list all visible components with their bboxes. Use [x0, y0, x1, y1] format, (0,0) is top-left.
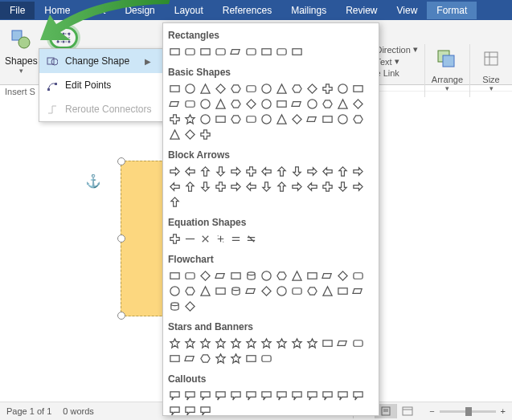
shape-option[interactable] [244, 232, 258, 246]
zoom-control[interactable]: − + [429, 406, 506, 416]
zoom-out-icon[interactable]: − [429, 406, 434, 416]
shape-option[interactable] [244, 284, 258, 298]
shape-option[interactable] [305, 389, 319, 402]
tab-design[interactable]: Design [115, 2, 164, 19]
shape-option[interactable] [214, 112, 227, 126]
shape-option[interactable] [290, 165, 304, 178]
tab-home[interactable]: Home [35, 2, 80, 19]
shape-option[interactable] [290, 97, 304, 111]
shape-option[interactable] [168, 352, 182, 365]
shape-option[interactable] [244, 45, 258, 59]
shape-option[interactable] [351, 284, 365, 298]
shape-option[interactable] [183, 82, 197, 96]
shape-option[interactable] [199, 82, 212, 96]
shape-option[interactable] [336, 180, 350, 194]
shape-option[interactable] [183, 45, 197, 59]
shape-option[interactable] [321, 165, 334, 178]
shape-option[interactable] [229, 82, 243, 96]
shape-option[interactable] [305, 97, 319, 111]
shape-option[interactable] [260, 352, 273, 365]
shape-option[interactable] [244, 180, 258, 194]
shape-option[interactable] [275, 82, 289, 96]
shape-option[interactable] [199, 128, 212, 141]
shape-option[interactable] [199, 269, 212, 283]
view-web-layout[interactable] [396, 404, 418, 418]
shape-option[interactable] [260, 269, 273, 283]
shape-option[interactable] [199, 336, 212, 350]
shape-option[interactable] [260, 97, 273, 111]
resize-handle[interactable] [117, 234, 125, 243]
tab-format[interactable]: Format [427, 2, 477, 19]
shape-option[interactable] [260, 112, 273, 126]
shape-option[interactable] [260, 389, 273, 402]
shape-option[interactable] [183, 284, 197, 298]
shape-option[interactable] [229, 269, 243, 283]
shape-option[interactable] [290, 45, 304, 59]
shape-option[interactable] [290, 269, 304, 283]
shape-option[interactable] [168, 300, 182, 313]
shape-option[interactable] [183, 97, 197, 111]
shape-option[interactable] [199, 389, 212, 402]
shape-option[interactable] [275, 336, 289, 350]
shape-option[interactable] [336, 112, 350, 126]
shape-option[interactable] [229, 45, 243, 59]
shape-option[interactable] [229, 389, 243, 402]
zoom-in-icon[interactable]: + [501, 406, 506, 416]
shape-option[interactable] [199, 112, 212, 126]
shape-option[interactable] [229, 97, 243, 111]
shape-option[interactable] [168, 284, 182, 298]
shape-option[interactable] [168, 404, 182, 416]
shape-option[interactable] [183, 180, 197, 194]
shape-option[interactable] [229, 180, 243, 194]
shape-option[interactable] [214, 180, 227, 194]
shape-option[interactable] [229, 112, 243, 126]
resize-handle[interactable] [117, 157, 125, 165]
shape-option[interactable] [168, 195, 182, 209]
menu-edit-points[interactable]: Edit Points [39, 73, 166, 97]
menu-change-shape[interactable]: Change Shape ▶ [39, 49, 166, 73]
tab-file[interactable]: File [0, 2, 35, 19]
shape-option[interactable] [305, 180, 319, 194]
shape-option[interactable] [321, 112, 334, 126]
tab-references[interactable]: References [213, 2, 281, 19]
shape-option[interactable] [214, 165, 227, 178]
status-page[interactable]: Page 1 of 1 [6, 406, 51, 416]
shape-option[interactable] [290, 284, 304, 298]
shape-option[interactable] [321, 82, 334, 96]
shape-option[interactable] [214, 352, 227, 365]
shape-option[interactable] [290, 180, 304, 194]
status-words[interactable]: 0 words [63, 406, 94, 416]
shape-option[interactable] [183, 232, 197, 246]
shape-option[interactable] [229, 352, 243, 365]
shape-option[interactable] [168, 128, 182, 141]
shape-option[interactable] [168, 165, 182, 178]
shape-option[interactable] [321, 284, 334, 298]
shape-option[interactable] [214, 45, 227, 59]
shape-option[interactable] [214, 232, 227, 246]
shape-option[interactable] [183, 269, 197, 283]
shape-option[interactable] [183, 128, 197, 141]
text-direction-button[interactable]: Direction ▾ [375, 44, 417, 55]
shape-option[interactable] [183, 404, 197, 416]
shape-option[interactable] [260, 45, 273, 59]
shape-option[interactable] [275, 97, 289, 111]
shape-option[interactable] [229, 284, 243, 298]
shape-option[interactable] [168, 45, 182, 59]
shape-option[interactable] [305, 284, 319, 298]
shape-option[interactable] [199, 404, 212, 416]
shape-option[interactable] [244, 112, 258, 126]
shape-option[interactable] [168, 269, 182, 283]
shape-option[interactable] [305, 165, 319, 178]
shape-option[interactable] [275, 165, 289, 178]
shape-option[interactable] [199, 232, 212, 246]
shape-option[interactable] [275, 112, 289, 126]
shape-option[interactable] [290, 389, 304, 402]
shape-option[interactable] [305, 336, 319, 350]
create-link-button[interactable]: e Link [375, 68, 417, 78]
shape-option[interactable] [336, 97, 350, 111]
tab-review[interactable]: Review [336, 2, 387, 19]
shape-option[interactable] [336, 336, 350, 350]
shape-option[interactable] [244, 97, 258, 111]
shape-option[interactable] [214, 82, 227, 96]
shape-option[interactable] [168, 112, 182, 126]
